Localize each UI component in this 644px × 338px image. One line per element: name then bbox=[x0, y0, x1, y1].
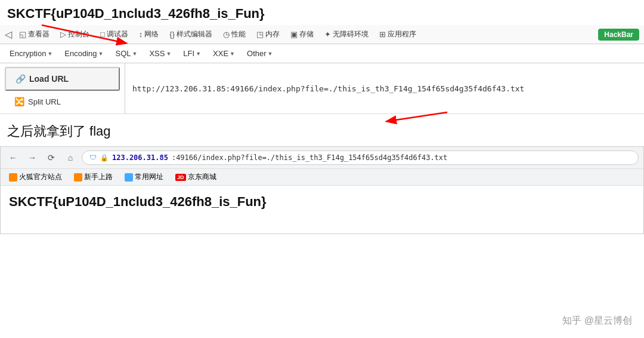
xss-label: XSS bbox=[149, 49, 165, 58]
home-button[interactable]: ⌂ bbox=[63, 150, 78, 165]
bookmark-jd-label: 京东商城 bbox=[188, 172, 216, 182]
other-arrow: ▼ bbox=[268, 51, 273, 57]
network-btn[interactable]: ↕ 网络 bbox=[135, 27, 163, 41]
hackbar-menu-bar: Encryption ▼ Encoding ▼ SQL ▼ XSS ▼ LFI … bbox=[0, 44, 644, 63]
encryption-arrow: ▼ bbox=[47, 51, 52, 57]
memory-label: 内存 bbox=[265, 29, 280, 39]
hackbar-encryption-menu[interactable]: Encryption ▼ bbox=[5, 47, 57, 60]
network-label: 网络 bbox=[144, 29, 159, 39]
hackbar-xss-menu[interactable]: XSS ▼ bbox=[144, 47, 176, 60]
debugger-btn[interactable]: □ 调试器 bbox=[97, 27, 132, 41]
accessibility-label: 无障碍环境 bbox=[333, 29, 369, 39]
shield-icon: 🛡 bbox=[89, 153, 97, 162]
devtools-toolbar: ◁ ◱ 查看器 ▷ 控制台 □ 调试器 ↕ 网络 {} 样式编辑器 ◷ 性能 ◳… bbox=[0, 25, 644, 44]
encoding-label: Encoding bbox=[64, 49, 97, 58]
encryption-label: Encryption bbox=[10, 49, 46, 58]
inspector-btn[interactable]: ◱ 查看器 bbox=[16, 27, 53, 41]
style-editor-btn[interactable]: {} 样式编辑器 bbox=[166, 27, 216, 41]
bookmark-newbie[interactable]: 新手上路 bbox=[70, 171, 116, 183]
load-url-button[interactable]: 🔗 Load URL bbox=[5, 67, 120, 91]
reload-button[interactable]: ⟳ bbox=[44, 150, 59, 165]
capture-flag-text: 之后就拿到了 flag bbox=[0, 114, 644, 146]
sql-label: SQL bbox=[115, 49, 131, 58]
application-icon: ⊞ bbox=[379, 30, 386, 39]
split-url-label: Split URL bbox=[28, 97, 61, 106]
hackbar-url-display: http://123.206.31.85:49166/index.php?fil… bbox=[132, 84, 524, 93]
bookmark-jd[interactable]: JD 京东商城 bbox=[172, 171, 220, 183]
bookmark-firefox-label: 火狐官方站点 bbox=[19, 172, 62, 182]
performance-icon: ◷ bbox=[223, 30, 230, 39]
bookmark-common-label: 常用网址 bbox=[135, 172, 163, 182]
lfi-label: LFI bbox=[183, 49, 194, 58]
forward-button[interactable]: → bbox=[24, 150, 40, 165]
common-icon bbox=[125, 173, 133, 182]
hackbar-lfi-menu[interactable]: LFI ▼ bbox=[178, 47, 206, 60]
bottom-bookmarks-bar: 火狐官方站点 新手上路 常用网址 JD 京东商城 bbox=[1, 169, 643, 186]
style-editor-icon: {} bbox=[169, 30, 175, 39]
lfi-arrow: ▼ bbox=[196, 51, 201, 57]
application-btn[interactable]: ⊞ 应用程序 bbox=[376, 27, 420, 41]
address-bar[interactable]: 🛡 🔒 123.206.31.85 :49166/index.php?file=… bbox=[82, 150, 639, 165]
other-label: Other bbox=[247, 49, 267, 58]
bookmark-firefox[interactable]: 火狐官方站点 bbox=[5, 171, 66, 183]
back-button[interactable]: ← bbox=[5, 150, 21, 165]
load-url-label: Load URL bbox=[29, 74, 69, 84]
bookmark-newbie-label: 新手上路 bbox=[84, 172, 113, 182]
flag-text-top: SKCTF{uP104D_1nclud3_426fh8_is_Fun} bbox=[0, 0, 644, 25]
load-url-icon: 🔗 bbox=[16, 74, 26, 84]
network-icon: ↕ bbox=[139, 30, 143, 39]
address-host: 123.206.31.85 bbox=[112, 153, 168, 162]
inspector-label: 查看器 bbox=[28, 29, 49, 39]
xss-arrow: ▼ bbox=[166, 51, 171, 57]
application-label: 应用程序 bbox=[388, 29, 416, 39]
debugger-label: 调试器 bbox=[107, 29, 128, 39]
performance-label: 性能 bbox=[231, 29, 246, 39]
sql-arrow: ▼ bbox=[132, 51, 138, 57]
memory-btn[interactable]: ◳ 内存 bbox=[253, 27, 283, 41]
console-icon: ▷ bbox=[60, 30, 66, 39]
hackbar-left-panel: 🔗 Load URL 🔀 Split URL bbox=[0, 63, 125, 113]
jd-icon: JD bbox=[175, 174, 186, 181]
newbie-icon bbox=[74, 173, 82, 182]
xxe-label: XXE bbox=[213, 49, 228, 58]
hackbar-url-panel: 🔗 Load URL 🔀 Split URL http://123.206.31… bbox=[0, 63, 644, 114]
zhihu-watermark: 知乎 @星云博创 bbox=[562, 315, 632, 327]
bookmark-common[interactable]: 常用网址 bbox=[121, 171, 167, 183]
storage-label: 存储 bbox=[299, 29, 314, 39]
style-editor-label: 样式编辑器 bbox=[177, 29, 212, 39]
performance-btn[interactable]: ◷ 性能 bbox=[219, 27, 249, 41]
console-label: 控制台 bbox=[68, 29, 89, 39]
debugger-icon: □ bbox=[100, 30, 105, 39]
accessibility-icon: ✦ bbox=[324, 30, 331, 39]
hackbar-url-input-area[interactable]: http://123.206.31.85:49166/index.php?fil… bbox=[125, 63, 644, 113]
accessibility-btn[interactable]: ✦ 无障碍环境 bbox=[321, 27, 372, 41]
split-url-button[interactable]: 🔀 Split URL bbox=[5, 93, 120, 110]
hackbar-encoding-menu[interactable]: Encoding ▼ bbox=[60, 47, 108, 60]
memory-icon: ◳ bbox=[256, 30, 264, 39]
firefox-icon bbox=[9, 173, 17, 182]
encoding-arrow: ▼ bbox=[98, 51, 104, 57]
hackbar-sql-menu[interactable]: SQL ▼ bbox=[110, 47, 142, 60]
devtools-close-icon[interactable]: ◁ bbox=[5, 29, 12, 40]
split-url-icon: 🔀 bbox=[14, 97, 24, 106]
hackbar-button[interactable]: HackBar bbox=[598, 29, 639, 41]
page-flag-content: SKCTF{uP104D_1nclud3_426fh8_is_Fun} bbox=[1, 186, 643, 233]
address-path: :49166/index.php?file=./this_is_th3_F14g… bbox=[172, 153, 447, 162]
storage-btn[interactable]: ▣ 存储 bbox=[287, 27, 317, 41]
inspector-icon: ◱ bbox=[19, 30, 26, 39]
storage-icon: ▣ bbox=[290, 30, 298, 39]
bottom-browser: ← → ⟳ ⌂ 🛡 🔒 123.206.31.85 :49166/index.p… bbox=[0, 146, 644, 234]
xxe-arrow: ▼ bbox=[230, 51, 235, 57]
lock-icon: 🔒 bbox=[100, 154, 109, 162]
hackbar-other-menu[interactable]: Other ▼ bbox=[242, 47, 277, 60]
hackbar-xxe-menu[interactable]: XXE ▼ bbox=[208, 47, 240, 60]
browser-nav-bar: ← → ⟳ ⌂ 🛡 🔒 123.206.31.85 :49166/index.p… bbox=[1, 147, 643, 169]
console-btn[interactable]: ▷ 控制台 bbox=[57, 27, 93, 41]
